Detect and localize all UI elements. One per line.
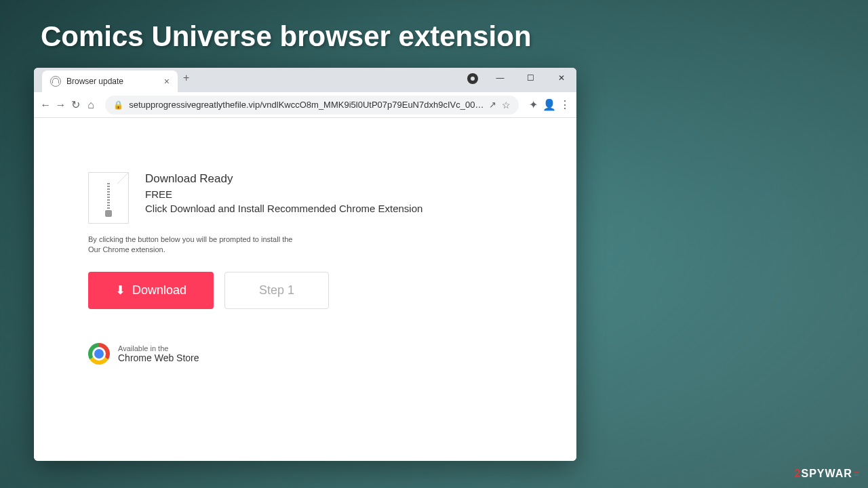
disclaimer-line: Our Chrome extension. [88, 245, 522, 255]
extensions-icon[interactable]: ✦ [527, 96, 539, 115]
instruction-text: Click Download and Install Recommended C… [145, 203, 422, 214]
webstore-text: Available in the Chrome Web Store [118, 344, 199, 363]
reload-button[interactable]: ↻ [70, 96, 82, 115]
download-ready-label: Download Ready [145, 172, 422, 186]
disclaimer-line: By clicking the button below you will be… [88, 235, 522, 245]
archive-file-icon [88, 172, 129, 224]
download-text: Download Ready FREE Click Download and I… [145, 172, 422, 217]
webstore-badge[interactable]: Available in the Chrome Web Store [88, 343, 522, 365]
browser-tab[interactable]: Browser update × [42, 70, 178, 92]
tab-title: Browser update [66, 77, 159, 86]
page-title: Comics Universe browser extension [41, 20, 532, 53]
browser-window: Browser update × + — ☐ ✕ ← → ↻ ⌂ 🔒 setup… [34, 68, 576, 461]
page-content: Download Ready FREE Click Download and I… [34, 118, 576, 461]
disclaimer-text: By clicking the button below you will be… [88, 235, 522, 256]
zipper-graphic [107, 183, 110, 211]
webstore-name: Chrome Web Store [118, 352, 199, 363]
close-tab-icon[interactable]: × [164, 76, 170, 87]
watermark: 2 SPYWAR ≡ [795, 468, 860, 480]
step-button[interactable]: Step 1 [224, 272, 329, 309]
url-text: setupprogressivegreatlythefile.vip/vndlK… [129, 100, 484, 110]
address-bar[interactable]: 🔒 setupprogressivegreatlythefile.vip/vnd… [105, 96, 519, 115]
button-row: ⬇ Download Step 1 [88, 272, 522, 309]
download-icon: ⬇ [115, 283, 125, 298]
browser-titlebar: Browser update × + — ☐ ✕ [34, 68, 576, 92]
download-button-label: Download [132, 283, 186, 298]
download-section: Download Ready FREE Click Download and I… [88, 172, 522, 224]
free-label: FREE [145, 188, 422, 200]
download-button[interactable]: ⬇ Download [88, 272, 214, 309]
new-tab-button[interactable]: + [183, 72, 189, 84]
webstore-prefix: Available in the [118, 344, 199, 352]
watermark-prefix: 2 [795, 468, 802, 480]
lock-icon: 🔒 [113, 100, 123, 110]
watermark-brand: SPYWAR [801, 468, 852, 480]
browser-toolbar: ← → ↻ ⌂ 🔒 setupprogressivegreatlythefile… [34, 92, 576, 118]
window-controls: — ☐ ✕ [485, 68, 576, 88]
close-window-button[interactable]: ✕ [546, 68, 576, 88]
globe-icon [50, 76, 61, 87]
menu-icon[interactable]: ⋮ [559, 96, 571, 115]
watermark-suffix: ≡ [854, 468, 860, 479]
home-button[interactable]: ⌂ [85, 96, 97, 115]
profile-icon[interactable]: 👤 [542, 96, 556, 115]
chrome-logo-icon [88, 343, 110, 365]
minimize-button[interactable]: — [485, 68, 515, 88]
back-button[interactable]: ← [39, 96, 52, 115]
maximize-button[interactable]: ☐ [515, 68, 546, 88]
share-icon[interactable]: ↗ [489, 100, 496, 110]
bookmark-star-icon[interactable]: ☆ [502, 100, 511, 110]
media-control-icon[interactable] [467, 73, 478, 84]
forward-button[interactable]: → [54, 96, 66, 115]
